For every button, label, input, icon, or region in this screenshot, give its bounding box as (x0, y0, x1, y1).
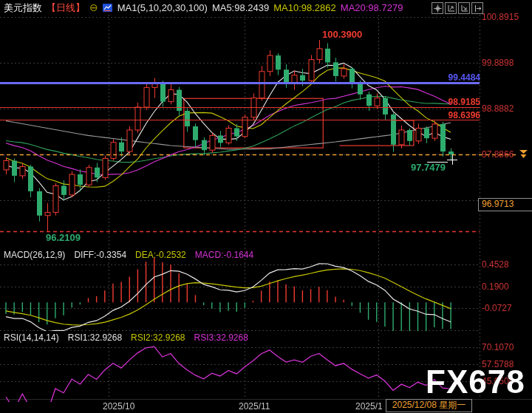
collapse-icon[interactable]: ⊖ (89, 2, 98, 13)
watermark: FX678 (426, 363, 525, 400)
period-label[interactable]: 【日线】 (47, 2, 85, 13)
time-tick-nov: 2025/11 (239, 401, 270, 412)
price-tick-1: 100.8915 (482, 12, 519, 22)
price-tick-2: 99.8898 (482, 58, 514, 68)
rsi2-value: RSI2:32.9268 (131, 332, 185, 344)
symbol-title: 美元指数 (4, 2, 42, 13)
move-crosshair-icon[interactable] (432, 2, 443, 14)
ma-settings-label: MA1(5,10,20,30,100) (117, 2, 208, 13)
macd-tick-1: 0.4528 (482, 259, 509, 270)
blue-resistance-label: 99.4484 (442, 72, 480, 83)
ma10-value: MA10:98.2862 (273, 2, 336, 13)
peak-high-label: 100.3900 (322, 30, 362, 40)
macd-diff-value: DIFF:-0.3354 (74, 250, 126, 261)
red-resistance-label-2: 98.6396 (443, 110, 480, 120)
chart-canvas[interactable] (0, 0, 532, 413)
macd-tick-2: 0.1900 (482, 281, 509, 292)
chart-header: 美元指数 【日线】 ⊖ MA1(5,10,20,30,100) MA5:98.2… (4, 2, 403, 13)
price-alert-marker-icon[interactable] (518, 149, 529, 161)
rsi1-value: RSI1:32.9268 (68, 332, 122, 344)
rsi-header: RSI(14,14,14) RSI1:32.9268 RSI2:32.9268 … (4, 332, 248, 344)
rsi-title: RSI(14,14,14) (4, 332, 59, 344)
ma5-value: MA5:98.2439 (212, 2, 269, 13)
chart-app: 美元指数 【日线】 ⊖ MA1(5,10,20,30,100) MA5:98.2… (0, 0, 532, 413)
macd-title: MACD(26,12,9) (4, 250, 65, 261)
indicator-chart-icon[interactable] (103, 3, 113, 13)
time-tick-dec: 2025/1 (355, 401, 383, 412)
rsi3-value: RSI3:32.9268 (194, 332, 248, 344)
rsi-tick-1: 70.1070 (482, 342, 514, 352)
zoom-y-axis-icon[interactable] (458, 2, 470, 14)
price-tick-3: 98.8882 (482, 103, 514, 114)
pan-right-icon[interactable] (471, 2, 483, 14)
red-resistance-label-1: 98.9185 (443, 97, 480, 107)
macd-tick-3: -0.0727 (482, 303, 512, 313)
macd-dea-value: DEA:-0.2532 (135, 250, 186, 261)
chart-toolbar (432, 2, 483, 14)
support-low-label: 96.2109 (46, 233, 81, 243)
time-tick-oct: 2025/10 (103, 401, 134, 412)
ma20-value: MA20:98.7279 (341, 2, 403, 13)
zoom-x-axis-icon[interactable] (445, 2, 457, 14)
recent-low-label: 97.7479 (411, 163, 446, 173)
macd-header: MACD(26,12,9) DIFF:-0.3354 DEA:-0.2532 M… (4, 250, 253, 261)
macd-value: MACD:-0.1644 (195, 250, 253, 261)
crosshair-price-box: 96.9713 (478, 198, 532, 211)
crosshair-date-box: 2025/12/08 星期一 (386, 399, 472, 412)
current-price-label: 97.8866 (482, 149, 514, 160)
